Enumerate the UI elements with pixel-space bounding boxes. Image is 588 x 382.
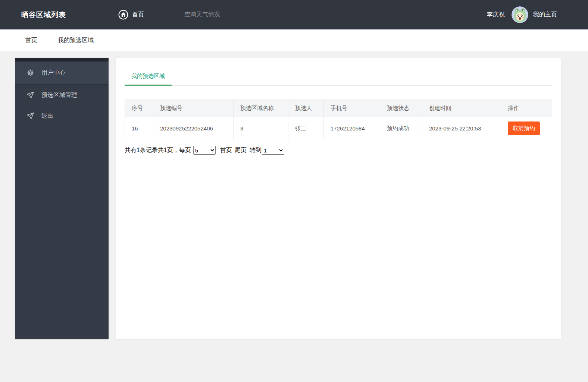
navbar-links: 首页 查询天气情况 bbox=[118, 10, 220, 20]
col-header-phone: 手机号 bbox=[324, 100, 380, 117]
col-header-person: 预选人 bbox=[288, 100, 324, 117]
cancel-reservation-button[interactable]: 取消预约 bbox=[508, 121, 540, 135]
col-header-seq: 序号 bbox=[125, 100, 153, 117]
nav-home[interactable]: 首页 bbox=[118, 10, 144, 20]
first-page-link[interactable]: 首页 bbox=[220, 146, 232, 154]
breadcrumb-my-areas[interactable]: 我的预选区域 bbox=[58, 37, 94, 44]
col-header-area-name: 预选区域名称 bbox=[234, 100, 288, 117]
preselect-area-table: 序号 预选编号 预选区域名称 预选人 手机号 预选状态 创建时间 操作 16 2… bbox=[125, 100, 552, 140]
pagination-summary: 共有1条记录共1页，每页 bbox=[125, 146, 191, 154]
username-label: 李庆祝 bbox=[487, 11, 505, 19]
send-icon bbox=[26, 91, 34, 99]
goto-page-select[interactable]: 1 bbox=[262, 146, 284, 155]
table-header-row: 序号 预选编号 预选区域名称 预选人 手机号 预选状态 创建时间 操作 bbox=[125, 100, 552, 117]
cell-created: 2023-09-25 22:20:53 bbox=[422, 117, 501, 140]
sidebar-item-label: 退出 bbox=[41, 112, 53, 120]
sidebar-item-area-manage[interactable]: 预选区域管理 bbox=[15, 85, 109, 105]
col-header-status: 预选状态 bbox=[380, 100, 422, 117]
col-header-created: 创建时间 bbox=[422, 100, 501, 117]
user-avatar[interactable] bbox=[512, 6, 528, 23]
col-header-code: 预选编号 bbox=[153, 100, 234, 117]
cell-status: 预约成功 bbox=[380, 117, 422, 140]
sidebar: 用户中心 预选区域管理 退出 bbox=[15, 58, 109, 339]
sidebar-item-logout[interactable]: 退出 bbox=[15, 105, 109, 126]
page-size-select[interactable]: 5 bbox=[193, 146, 216, 155]
breadcrumb: 首页 我的预选区域 bbox=[0, 29, 588, 51]
cell-person: 张三 bbox=[288, 117, 324, 140]
navbar-user-area: 李庆祝 我的主页 bbox=[487, 6, 557, 23]
breadcrumb-home[interactable]: 首页 bbox=[25, 37, 37, 44]
cell-seq: 16 bbox=[125, 117, 153, 140]
cell-phone: 17262120584 bbox=[324, 117, 380, 140]
app-title: 晒谷区域列表 bbox=[21, 10, 66, 20]
send-icon bbox=[26, 112, 34, 120]
pagination-bar: 共有1条记录共1页，每页 5 首页 尾页 转到 1 bbox=[125, 146, 552, 155]
gear-icon bbox=[26, 69, 34, 77]
nav-weather[interactable]: 查询天气情况 bbox=[184, 11, 220, 19]
sidebar-item-label: 预选区域管理 bbox=[41, 91, 77, 99]
top-navbar: 晒谷区域列表 首页 查询天气情况 李庆祝 bbox=[0, 0, 588, 29]
tab-my-preselect-areas[interactable]: 我的预选区域 bbox=[125, 67, 172, 86]
cell-code: 20230925222052406 bbox=[153, 117, 234, 140]
nav-home-label: 首页 bbox=[132, 11, 144, 19]
sidebar-item-label: 用户中心 bbox=[41, 69, 65, 77]
nav-weather-label: 查询天气情况 bbox=[184, 11, 220, 19]
content-area: 用户中心 预选区域管理 退出 我的预选区域 bbox=[15, 58, 561, 339]
sidebar-item-user-center[interactable]: 用户中心 bbox=[15, 61, 109, 85]
main-panel: 我的预选区域 序号 预选编号 预选区域名称 预选人 手机号 预选状态 创建时间 … bbox=[116, 58, 561, 339]
last-page-link[interactable]: 尾页 bbox=[235, 146, 247, 154]
home-icon bbox=[118, 10, 128, 20]
cell-area-name: 3 bbox=[234, 117, 288, 140]
cell-action: 取消预约 bbox=[501, 117, 552, 140]
table-row: 16 20230925222052406 3 张三 17262120584 预约… bbox=[125, 117, 552, 140]
nav-profile-label[interactable]: 我的主页 bbox=[533, 11, 557, 19]
goto-label: 转到 bbox=[250, 146, 262, 154]
col-header-action: 操作 bbox=[501, 100, 552, 117]
tab-bar: 我的预选区域 bbox=[125, 67, 552, 86]
